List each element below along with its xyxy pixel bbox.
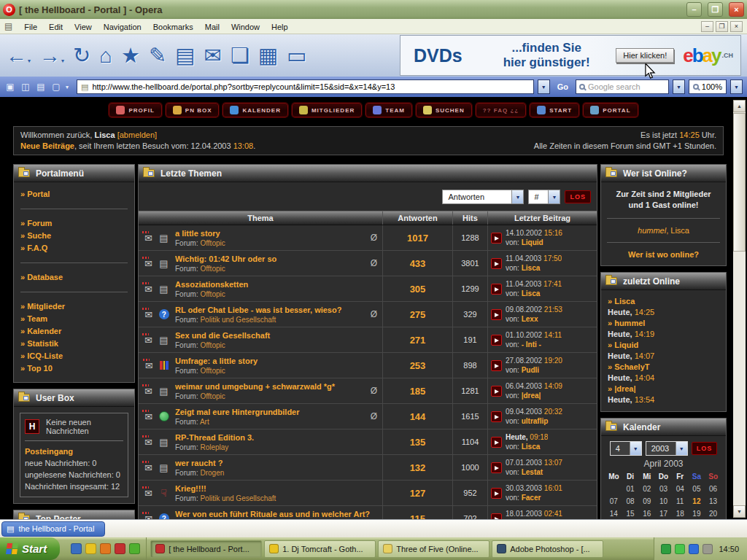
portal-menu-link[interactable]: » F.A.Q xyxy=(20,242,128,254)
goto-last-post-icon[interactable] xyxy=(491,360,502,371)
goto-last-post-icon[interactable] xyxy=(491,258,502,269)
forum-link[interactable]: Offtopic xyxy=(200,392,225,400)
calendar-day[interactable]: 02 xyxy=(638,485,655,493)
goto-last-post-icon[interactable] xyxy=(491,513,502,520)
minimize-button[interactable]: – xyxy=(686,2,702,17)
url-text[interactable]: http://www.the-hellboard.de/portal.php?s… xyxy=(92,82,395,91)
volume-tray-icon[interactable] xyxy=(703,544,713,554)
limit-select[interactable]: #▼ xyxy=(528,190,560,204)
goto-last-post-icon[interactable] xyxy=(491,488,502,499)
forum-nav-button[interactable]: PORTAL xyxy=(583,103,638,117)
icq-icon[interactable] xyxy=(129,543,140,554)
menu-mail[interactable]: Mail xyxy=(199,21,225,33)
topic-title-link[interactable]: RL oder Chat Liebe - was ist besser, wie… xyxy=(175,305,371,315)
last-post-user-link[interactable]: Pudli xyxy=(522,366,539,374)
goto-last-post-icon[interactable] xyxy=(491,437,502,448)
page-tab[interactable]: ▤ the Hellboard - Portal xyxy=(1,521,105,537)
mdi-close-button[interactable]: × xyxy=(730,21,743,32)
portal-menu-link[interactable]: » Kalender xyxy=(20,325,128,338)
calendar-day[interactable]: 01 xyxy=(622,485,639,493)
calendar-day[interactable]: 18 xyxy=(672,510,689,518)
chevron-down-icon[interactable]: ▾ xyxy=(61,58,64,64)
goto-last-post-icon[interactable] xyxy=(491,335,502,346)
last-post-user-link[interactable]: ultraflip xyxy=(522,417,549,425)
last-post-user-link[interactable]: Lisca xyxy=(522,289,541,298)
last-post-user-link[interactable]: Lisca xyxy=(522,264,541,272)
topic-title-link[interactable]: Sex und die Gesellschaft xyxy=(175,330,377,341)
search-dropdown-button[interactable]: ▼ xyxy=(673,79,685,94)
last-post-user-link[interactable]: Lestat xyxy=(522,468,543,476)
forum-link[interactable]: Art xyxy=(200,418,209,426)
portal-menu-link[interactable]: » Forum xyxy=(20,217,128,230)
compose-button[interactable]: ✎ xyxy=(149,44,166,67)
goto-last-post-icon[interactable] xyxy=(491,233,502,244)
ebay-ad-banner[interactable]: DVDs ...finden Sie hier günstiger! Hier … xyxy=(400,35,741,76)
forum-nav-button[interactable]: TEAM xyxy=(365,103,412,117)
los-button[interactable]: Los xyxy=(565,190,591,203)
menu-window[interactable]: Window xyxy=(225,21,266,33)
last-online-user-link[interactable]: » hummel xyxy=(608,318,719,329)
online-users[interactable]: hummel, Lisca xyxy=(607,226,720,235)
forum-nav-button[interactable]: START xyxy=(530,103,579,117)
print-icon[interactable]: ▤ xyxy=(35,82,47,92)
month-select[interactable]: 4▼ xyxy=(610,441,642,456)
last-online-user-link[interactable]: » Liquid xyxy=(608,340,719,351)
menu-file[interactable]: File xyxy=(18,21,43,33)
winamp-icon[interactable] xyxy=(85,543,96,554)
scroll-down-button[interactable]: ▼ xyxy=(733,505,746,518)
portal-menu-link[interactable]: » Statistik xyxy=(20,338,128,350)
topic-title-link[interactable]: Wer von euch führt Rituale aus und in we… xyxy=(175,509,377,519)
save-button[interactable]: ▦ xyxy=(258,44,278,67)
forum-nav-button[interactable]: KALENDER xyxy=(222,103,287,117)
opera-quicklaunch-icon[interactable] xyxy=(115,543,125,554)
calendar-day[interactable]: 05 xyxy=(689,485,705,493)
forum-link[interactable]: Drogen xyxy=(200,469,224,477)
mail-button[interactable]: ✉ xyxy=(204,44,222,67)
portal-menu-link[interactable]: » Database xyxy=(20,271,128,284)
topic-title-link[interactable]: weimar und umgebung + schwarzwald *g* xyxy=(175,381,371,392)
forward-button[interactable]: →▾ xyxy=(39,44,64,67)
year-select[interactable]: 2003▼ xyxy=(646,441,688,456)
menu-view[interactable]: View xyxy=(69,21,98,33)
forum-link[interactable]: Offtopic xyxy=(200,341,225,349)
menu-bookmarks[interactable]: Bookmarks xyxy=(147,21,199,33)
inbox-link[interactable]: Posteingang xyxy=(25,446,123,457)
last-online-user-link[interactable]: » SchaelyT xyxy=(608,362,719,373)
calendar-day[interactable]: 07 xyxy=(605,497,622,505)
zoom-control[interactable]: 100% xyxy=(689,79,727,94)
eye-tray-icon[interactable] xyxy=(661,544,671,554)
portal-menu-link[interactable]: » Portal xyxy=(20,188,128,201)
calendar-day[interactable]: 17 xyxy=(655,510,672,518)
calendar-day[interactable]: 08 xyxy=(622,497,639,505)
taskbar-task-button[interactable]: [ the Hellboard - Port... xyxy=(150,540,262,558)
print-button[interactable]: ▭ xyxy=(287,44,306,67)
calendar-day[interactable]: 11 xyxy=(672,497,689,505)
calendar-day[interactable]: 12 xyxy=(689,497,705,505)
forum-nav-button[interactable]: SUCHEN xyxy=(416,103,472,117)
calendar-los-button[interactable]: Los xyxy=(692,442,718,455)
forum-link[interactable]: Roleplay xyxy=(200,443,228,451)
url-dropdown-button[interactable]: ▼ xyxy=(538,79,550,94)
menu-navigation[interactable]: Navigation xyxy=(98,21,147,33)
mdi-restore-button[interactable]: ❐ xyxy=(716,21,728,32)
last-post-user-link[interactable]: Liquid xyxy=(522,238,543,246)
forum-nav-button[interactable]: PROFIL xyxy=(109,103,161,117)
calendar-day[interactable]: 09 xyxy=(638,497,655,505)
calendar-day[interactable]: 03 xyxy=(655,485,672,493)
forum-link[interactable]: Offtopic xyxy=(200,239,225,247)
mdi-minimize-button[interactable]: – xyxy=(701,21,713,32)
portal-menu-link[interactable]: » ICQ-Liste xyxy=(20,350,128,362)
portal-menu-link[interactable]: » Suche xyxy=(20,230,128,242)
new-page-button[interactable]: ▤ xyxy=(175,44,195,67)
goto-last-post-icon[interactable] xyxy=(491,386,502,397)
topic-title-link[interactable]: Assoziationsketten xyxy=(175,279,377,289)
calendar-day[interactable]: 04 xyxy=(672,485,689,493)
scroll-up-button[interactable]: ▲ xyxy=(733,100,746,112)
reload-button[interactable]: ↻ xyxy=(73,44,90,67)
goto-last-post-icon[interactable] xyxy=(491,462,502,473)
topic-title-link[interactable]: wer raucht ? xyxy=(175,458,377,468)
topic-title-link[interactable]: Zeigt mal eure Hintergrundbilder xyxy=(175,407,371,417)
icq-flower-tray-icon[interactable] xyxy=(689,544,699,554)
chevron-down-icon[interactable]: ▾ xyxy=(28,58,31,64)
last-online-user-link[interactable]: » Lisca xyxy=(608,296,719,307)
